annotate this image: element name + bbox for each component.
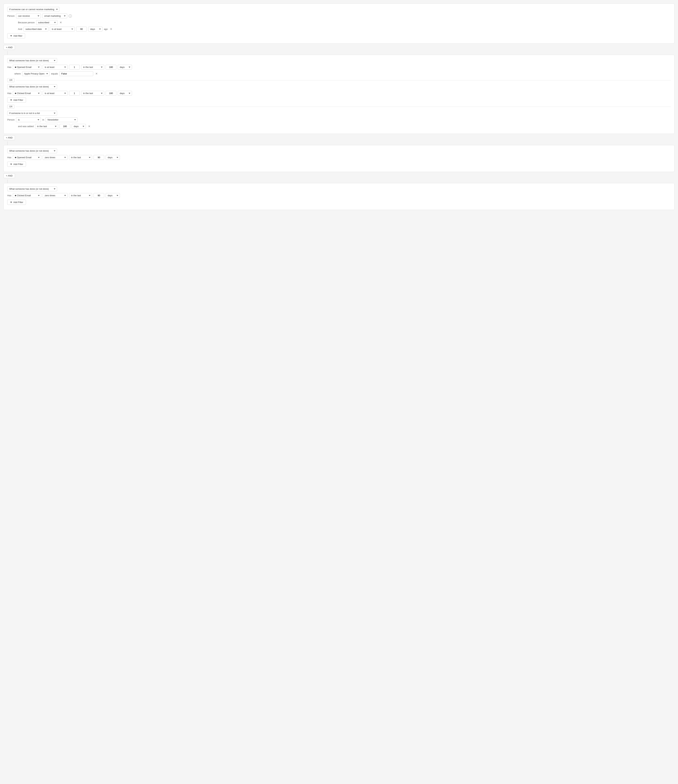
where-label-2a: where [14, 72, 21, 75]
action-select-2b[interactable]: ■ Clicked Email [13, 91, 41, 96]
where-value-2a[interactable] [59, 71, 93, 76]
main-select-marketing[interactable]: If someone can or cannot receive marketi… [7, 7, 59, 12]
block-marketing: If someone can or cannot receive marketi… [3, 3, 675, 44]
days-value-4[interactable] [94, 193, 104, 198]
value-input-2b[interactable] [69, 91, 79, 96]
equals-label-2a: equals [51, 72, 58, 75]
main-select-4[interactable]: What someone has done (or not done) [7, 187, 57, 191]
because-person-label: Because person [18, 21, 35, 24]
can-receive-select[interactable]: can receive [16, 14, 41, 18]
subscribed-date-select[interactable]: subscribed date [23, 26, 48, 31]
where-field-2a[interactable]: Apple Privacy Open [22, 71, 50, 76]
condition-select-2a[interactable]: is at least [43, 65, 68, 70]
add-filter-label-4: Add Filter [13, 201, 23, 204]
action-select-3[interactable]: ■ Opened Email [13, 155, 41, 160]
list-select-2c[interactable]: Newsletter [45, 117, 78, 122]
and-label: And [18, 28, 22, 30]
filter-icon-4: ▼ [10, 201, 12, 204]
condition-select-3[interactable]: zero times [43, 155, 68, 160]
and-btn-2[interactable]: + AND [3, 135, 15, 140]
days-value-3[interactable] [94, 155, 104, 160]
main-select-2a[interactable]: What someone has done (or not done) [7, 58, 57, 63]
person-label: Person [7, 15, 15, 17]
or-label-1: OR [7, 78, 14, 82]
is-select-2c[interactable]: is [16, 117, 41, 122]
filter-icon-3: ▼ [10, 163, 12, 165]
days-unit-3[interactable]: days [106, 155, 120, 160]
days-value-2c[interactable] [59, 124, 70, 129]
add-filter-btn-2b[interactable]: ▼ Add Filter [7, 97, 26, 103]
timeframe-select-3[interactable]: in the last [69, 155, 92, 160]
and-connector-1: + AND [3, 45, 675, 50]
days-value-2a[interactable] [106, 65, 116, 70]
block-clicked-zero: What someone has done (or not done) Has … [3, 183, 675, 210]
info-icon[interactable]: i [69, 14, 72, 18]
email-marketing-select[interactable]: email marketing [42, 14, 67, 18]
and-connector-2: + AND [3, 135, 675, 140]
is-at-least-select-1[interactable]: is at least [50, 26, 75, 31]
days-unit-2a[interactable]: days [118, 65, 132, 70]
days-unit-4[interactable]: days [106, 193, 120, 198]
add-filter-btn-1[interactable]: ▼ Add filter [7, 33, 25, 38]
has-label-2a: Has [7, 66, 11, 68]
days-value-input-1[interactable] [76, 26, 87, 31]
sub-block-clicked: What someone has done (or not done) Has … [7, 84, 671, 103]
add-filter-label-3: Add Filter [13, 163, 23, 165]
sub-block-list: If someone is in or not in a list Person… [7, 111, 671, 129]
or-divider-1: OR [7, 78, 671, 82]
and-was-added-label: and was added [18, 125, 34, 128]
filter-icon-1: ▼ [10, 34, 12, 37]
ago-label: ago [104, 28, 108, 30]
and-connector-3: + AND [3, 173, 675, 178]
and-btn-1[interactable]: + AND [3, 45, 15, 50]
days-unit-select-1[interactable]: days [88, 26, 103, 31]
where-close-2a[interactable]: ✕ [95, 72, 98, 76]
or-divider-2: OR [7, 105, 671, 109]
or-label-2: OR [7, 105, 14, 109]
value-input-2a[interactable] [69, 65, 79, 70]
add-filter-label-1: Add filter [13, 34, 22, 37]
days-unit-2b[interactable]: days [118, 91, 132, 96]
sub-block-opened: What someone has done (or not done) Has … [7, 58, 671, 76]
because-close-btn[interactable]: ✕ [59, 21, 62, 24]
and-row-close-btn[interactable]: ✕ [109, 27, 113, 31]
timeframe-select-2a[interactable]: in the last [81, 65, 104, 70]
main-select-3[interactable]: What someone has done (or not done) [7, 148, 57, 153]
person-label-2c: Person [7, 118, 15, 121]
in-label-2c: in [42, 118, 44, 121]
action-select-2a[interactable]: ■ Opened Email [13, 65, 41, 70]
block-group: What someone has done (or not done) Has … [3, 55, 675, 134]
and-btn-3[interactable]: + AND [3, 173, 15, 178]
add-filter-btn-4[interactable]: ▼ Add Filter [7, 200, 26, 205]
days-value-2b[interactable] [106, 91, 116, 96]
has-label-2b: Has [7, 92, 11, 95]
condition-select-4[interactable]: zero times [43, 193, 68, 198]
filter-icon-2b: ▼ [10, 99, 12, 101]
days-unit-2c[interactable]: days [72, 124, 86, 129]
timeframe-select-2c[interactable]: in the last [35, 124, 58, 129]
timeframe-select-2b[interactable]: in the last [81, 91, 104, 96]
has-label-4: Has [7, 194, 11, 197]
has-label-3: Has [7, 156, 11, 159]
main-select-2b[interactable]: What someone has done (or not done) [7, 84, 57, 89]
add-filter-btn-3[interactable]: ▼ Add Filter [7, 162, 26, 167]
subscribed-select[interactable]: subscribed [36, 20, 58, 25]
main-select-2c[interactable]: If someone is in or not in a list [7, 111, 57, 115]
add-filter-label-2b: Add Filter [13, 99, 23, 101]
list-row-close-btn[interactable]: ✕ [87, 124, 91, 128]
action-select-4[interactable]: ■ Clicked Email [13, 193, 41, 198]
block-opened-zero: What someone has done (or not done) Has … [3, 145, 675, 172]
condition-select-2b[interactable]: is at least [43, 91, 68, 96]
timeframe-select-4[interactable]: in the last [69, 193, 92, 198]
